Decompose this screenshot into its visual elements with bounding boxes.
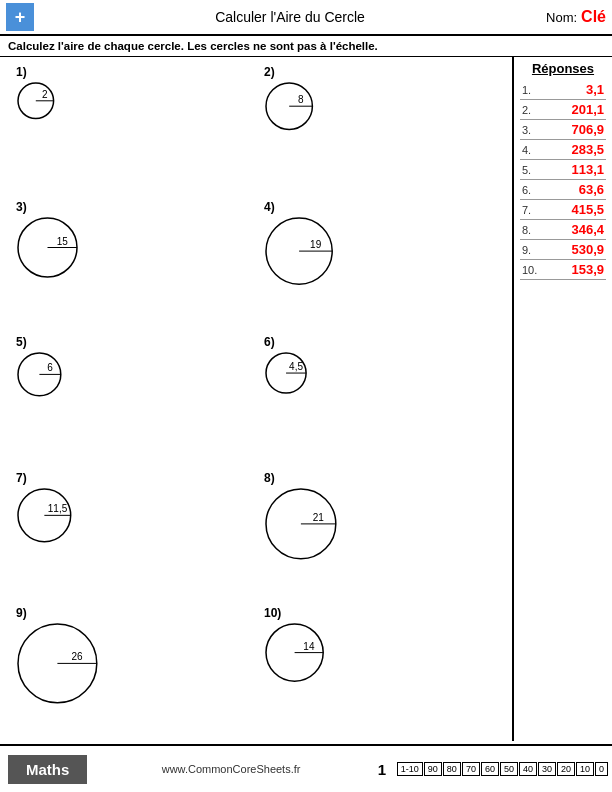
answer-item-1: 1.3,1	[520, 80, 606, 100]
answer-item-5: 5.113,1	[520, 160, 606, 180]
answer-item-10: 10.153,9	[520, 260, 606, 280]
problem-number-2: 2)	[264, 65, 275, 79]
instructions: Calculez l'aire de chaque cercle. Les ce…	[0, 36, 612, 57]
score-box-1: 90	[424, 762, 442, 776]
problem-number-7: 7)	[16, 471, 27, 485]
circle-container-9: 26	[16, 622, 99, 705]
problem-6: 6)4,5	[256, 331, 504, 466]
problems-area: 1)22)83)154)195)66)4,57)11,58)219)2610)1…	[0, 57, 512, 741]
problem-number-9: 9)	[16, 606, 27, 620]
answer-val-7: 415,5	[571, 202, 604, 217]
circle-svg-2: 8	[264, 81, 314, 131]
svg-text:2: 2	[42, 89, 48, 100]
answer-val-1: 3,1	[586, 82, 604, 97]
circle-container-1: 2	[16, 81, 56, 121]
problem-number-3: 3)	[16, 200, 27, 214]
answer-item-6: 6.63,6	[520, 180, 606, 200]
answer-val-3: 706,9	[571, 122, 604, 137]
svg-text:26: 26	[72, 651, 84, 662]
score-box-3: 70	[462, 762, 480, 776]
score-box-10: 0	[595, 762, 608, 776]
circle-container-4: 19	[264, 216, 334, 286]
svg-text:21: 21	[313, 511, 325, 522]
answer-num-8: 8.	[522, 224, 540, 236]
score-box-5: 50	[500, 762, 518, 776]
answer-val-6: 63,6	[579, 182, 604, 197]
circle-svg-3: 15	[16, 216, 79, 279]
problem-7: 7)11,5	[8, 467, 256, 602]
answer-val-4: 283,5	[571, 142, 604, 157]
answer-val-8: 346,4	[571, 222, 604, 237]
svg-text:11,5: 11,5	[48, 503, 68, 514]
page-number: 1	[367, 761, 397, 778]
nom-area: Nom: Clé	[546, 8, 606, 26]
answer-item-3: 3.706,9	[520, 120, 606, 140]
answer-num-4: 4.	[522, 144, 540, 156]
answer-item-8: 8.346,4	[520, 220, 606, 240]
svg-text:19: 19	[310, 239, 322, 250]
score-box-2: 80	[443, 762, 461, 776]
answer-num-5: 5.	[522, 164, 540, 176]
problem-number-8: 8)	[264, 471, 275, 485]
answer-num-3: 3.	[522, 124, 540, 136]
svg-text:6: 6	[47, 363, 53, 374]
circle-container-6: 4,5	[264, 351, 308, 395]
circle-container-3: 15	[16, 216, 79, 279]
svg-text:8: 8	[298, 94, 304, 105]
problem-1: 1)2	[8, 61, 256, 196]
answer-item-4: 4.283,5	[520, 140, 606, 160]
footer-url: www.CommonCoreSheets.fr	[95, 763, 366, 775]
circle-svg-10: 14	[264, 622, 325, 683]
problem-number-6: 6)	[264, 335, 275, 349]
problem-number-1: 1)	[16, 65, 27, 79]
score-box-6: 40	[519, 762, 537, 776]
answer-num-2: 2.	[522, 104, 540, 116]
answer-val-10: 153,9	[571, 262, 604, 277]
problem-2: 2)8	[256, 61, 504, 196]
circle-svg-7: 11,5	[16, 487, 73, 544]
scoring-boxes: 1-109080706050403020100	[397, 762, 608, 776]
score-box-0: 1-10	[397, 762, 423, 776]
answer-num-6: 6.	[522, 184, 540, 196]
page-title: Calculer l'Aire du Cercle	[34, 9, 546, 25]
circle-container-7: 11,5	[16, 487, 73, 544]
problem-3: 3)15	[8, 196, 256, 331]
circle-svg-6: 4,5	[264, 351, 308, 395]
problem-number-5: 5)	[16, 335, 27, 349]
circle-svg-4: 19	[264, 216, 334, 286]
answer-item-9: 9.530,9	[520, 240, 606, 260]
answer-item-2: 2.201,1	[520, 100, 606, 120]
circle-container-5: 6	[16, 351, 63, 398]
header: + Calculer l'Aire du Cercle Nom: Clé	[0, 0, 612, 36]
circle-svg-8: 21	[264, 487, 338, 561]
svg-text:15: 15	[57, 236, 69, 247]
answers-panel: Réponses 1.3,12.201,13.706,94.283,55.113…	[512, 57, 612, 741]
problem-4: 4)19	[256, 196, 504, 331]
footer: Maths www.CommonCoreSheets.fr 1 1-109080…	[0, 744, 612, 792]
answer-num-9: 9.	[522, 244, 540, 256]
answer-num-7: 7.	[522, 204, 540, 216]
answer-val-9: 530,9	[571, 242, 604, 257]
problem-9: 9)26	[8, 602, 256, 737]
svg-text:14: 14	[303, 640, 315, 651]
problem-number-10: 10)	[264, 606, 281, 620]
cle-label: Clé	[581, 8, 606, 26]
score-box-4: 60	[481, 762, 499, 776]
answer-num-1: 1.	[522, 84, 540, 96]
score-box-9: 10	[576, 762, 594, 776]
answer-val-2: 201,1	[571, 102, 604, 117]
logo-icon: +	[6, 3, 34, 31]
answer-val-5: 113,1	[571, 162, 604, 177]
circle-svg-9: 26	[16, 622, 99, 705]
circle-svg-1: 2	[16, 81, 56, 121]
svg-text:4,5: 4,5	[289, 361, 303, 372]
circle-svg-5: 6	[16, 351, 63, 398]
problem-10: 10)14	[256, 602, 504, 737]
problem-8: 8)21	[256, 467, 504, 602]
answer-num-10: 10.	[522, 264, 540, 276]
problem-number-4: 4)	[264, 200, 275, 214]
answer-item-7: 7.415,5	[520, 200, 606, 220]
main-content: 1)22)83)154)195)66)4,57)11,58)219)2610)1…	[0, 57, 612, 741]
circle-container-2: 8	[264, 81, 314, 131]
circle-container-8: 21	[264, 487, 338, 561]
